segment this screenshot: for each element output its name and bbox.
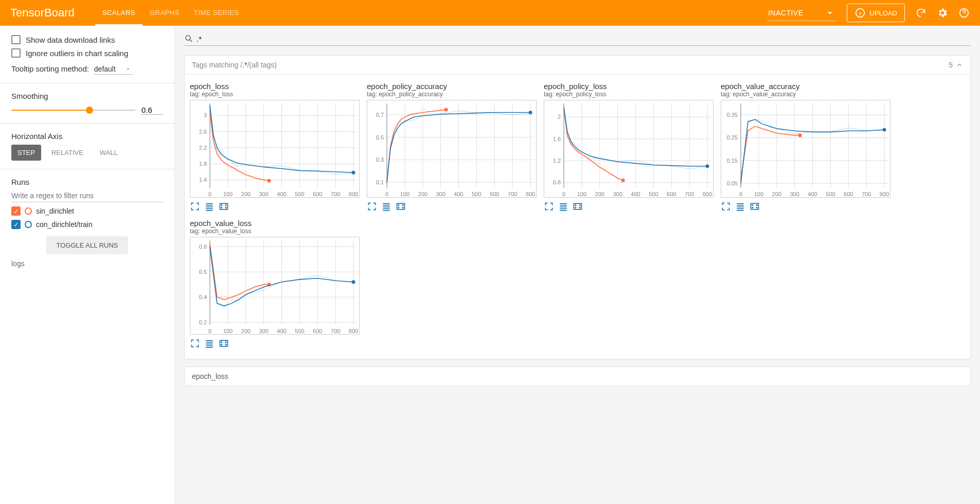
svg-point-45: [221, 207, 222, 208]
svg-text:1.6: 1.6: [553, 136, 561, 142]
list-icon[interactable]: [381, 201, 391, 212]
chart-plot[interactable]: 01002003004005006007008000.10.30.50.7: [367, 100, 537, 198]
tags-header-prefix: Tags matching /: [192, 61, 242, 69]
chart-epoch_value_accuracy: epoch_value_accuracy tag: epoch_value_ac…: [721, 82, 896, 212]
gear-icon[interactable]: [937, 7, 948, 19]
svg-text:800: 800: [703, 191, 712, 197]
tags-card-header[interactable]: Tags matching / .* /(all tags) 5: [185, 56, 970, 75]
svg-text:0: 0: [208, 328, 211, 334]
tooltip-sort-value: default: [94, 65, 116, 73]
chart-plot[interactable]: 01002003004005006007008000.81.21.62: [544, 100, 714, 198]
fit-icon[interactable]: [219, 201, 229, 212]
svg-point-157: [752, 205, 753, 206]
run-checkbox[interactable]: ✓: [11, 206, 21, 216]
svg-point-82: [402, 205, 403, 206]
fit-icon[interactable]: [750, 201, 760, 212]
smoothing-input[interactable]: [141, 106, 163, 115]
svg-text:0.3: 0.3: [376, 157, 384, 163]
tab-timeseries[interactable]: TIME SERIES: [187, 0, 246, 26]
header-tabs: SCALARS GRAPHS TIME SERIES: [95, 0, 246, 26]
list-icon[interactable]: [204, 201, 215, 212]
svg-text:400: 400: [808, 191, 817, 197]
haxis-relative[interactable]: RELATIVE: [45, 145, 90, 161]
svg-point-158: [756, 205, 757, 206]
toggle-all-runs-button[interactable]: TOGGLE ALL RUNS: [46, 236, 129, 254]
svg-text:100: 100: [400, 191, 409, 197]
svg-text:0.4: 0.4: [199, 294, 207, 300]
tab-scalars[interactable]: SCALARS: [95, 0, 142, 26]
svg-point-5: [186, 36, 190, 40]
svg-text:0: 0: [739, 191, 742, 197]
fit-icon[interactable]: [573, 201, 583, 212]
chart-title: epoch_policy_accuracy: [367, 82, 542, 91]
chart-epoch_policy_loss: epoch_policy_loss tag: epoch_policy_loss…: [544, 82, 719, 212]
smoothing-slider[interactable]: [11, 110, 135, 111]
svg-point-151: [883, 128, 886, 131]
svg-point-36: [268, 179, 271, 182]
run-color-icon: [25, 207, 32, 215]
svg-text:800: 800: [349, 328, 358, 334]
svg-text:1.4: 1.4: [199, 177, 207, 183]
plugins-select[interactable]: INACTIVE: [767, 5, 836, 21]
svg-text:200: 200: [241, 191, 251, 197]
svg-point-189: [352, 280, 355, 284]
svg-point-197: [221, 344, 222, 345]
svg-text:0.35: 0.35: [727, 112, 738, 118]
run-row[interactable]: ✓ sin_dirichlet: [11, 206, 163, 216]
expand-icon[interactable]: [190, 201, 200, 212]
runs-filter-input[interactable]: [11, 189, 163, 202]
svg-text:300: 300: [259, 191, 268, 197]
tags-card: Tags matching / .* /(all tags) 5 epoch_l…: [184, 55, 971, 359]
svg-text:500: 500: [295, 191, 304, 197]
svg-text:400: 400: [277, 328, 286, 334]
svg-text:500: 500: [826, 191, 835, 197]
svg-text:700: 700: [331, 191, 340, 197]
list-icon[interactable]: [204, 338, 215, 349]
svg-text:700: 700: [331, 328, 340, 334]
svg-rect-80: [397, 203, 405, 210]
upload-button[interactable]: UPLOAD: [847, 4, 905, 22]
tab-graphs[interactable]: GRAPHS: [142, 0, 187, 26]
svg-text:500: 500: [649, 191, 658, 197]
svg-text:0.15: 0.15: [727, 158, 738, 164]
refresh-icon[interactable]: [915, 7, 926, 19]
svg-text:700: 700: [508, 191, 517, 197]
fit-icon[interactable]: [219, 338, 229, 349]
run-name: con_dirichlet/train: [36, 220, 93, 229]
expand-icon[interactable]: [190, 338, 200, 349]
haxis-step[interactable]: STEP: [11, 145, 41, 161]
list-icon[interactable]: [558, 201, 568, 212]
chart-plot[interactable]: 01002003004005006007008000.050.150.250.3…: [721, 100, 890, 198]
show-download-checkbox[interactable]: [11, 35, 21, 44]
chevron-up-icon[interactable]: [956, 61, 963, 68]
list-icon[interactable]: [735, 201, 745, 212]
svg-text:300: 300: [436, 191, 445, 197]
ignore-outliers-checkbox[interactable]: [11, 48, 21, 58]
next-card[interactable]: epoch_loss: [184, 367, 971, 386]
svg-text:100: 100: [223, 328, 233, 334]
svg-text:600: 600: [667, 191, 676, 197]
svg-text:3: 3: [204, 112, 207, 118]
chart-plot[interactable]: 01002003004005006007008001.41.82.22.63: [190, 100, 360, 198]
svg-text:800: 800: [880, 191, 889, 197]
tooltip-sort-select[interactable]: default: [94, 64, 133, 75]
help-icon[interactable]: [958, 7, 970, 19]
run-row[interactable]: ✓ con_dirichlet/train: [11, 220, 163, 229]
svg-point-75: [529, 111, 532, 114]
fit-icon[interactable]: [396, 201, 406, 212]
haxis-wall[interactable]: WALL: [94, 145, 124, 161]
expand-icon[interactable]: [721, 201, 731, 212]
chart-plot[interactable]: 01002003004005006007008000.20.40.60.8: [190, 237, 360, 335]
run-checkbox[interactable]: ✓: [11, 220, 21, 229]
svg-text:0: 0: [208, 191, 211, 197]
tag-filter-input[interactable]: [197, 34, 971, 43]
chart-title: epoch_value_accuracy: [721, 82, 896, 91]
run-name: sin_dirichlet: [36, 207, 74, 215]
svg-point-195: [221, 342, 222, 343]
expand-icon[interactable]: [544, 201, 554, 212]
svg-text:500: 500: [295, 328, 304, 334]
chart-title: epoch_policy_loss: [544, 82, 719, 91]
svg-point-119: [575, 205, 576, 206]
expand-icon[interactable]: [367, 201, 377, 212]
svg-text:500: 500: [472, 191, 481, 197]
